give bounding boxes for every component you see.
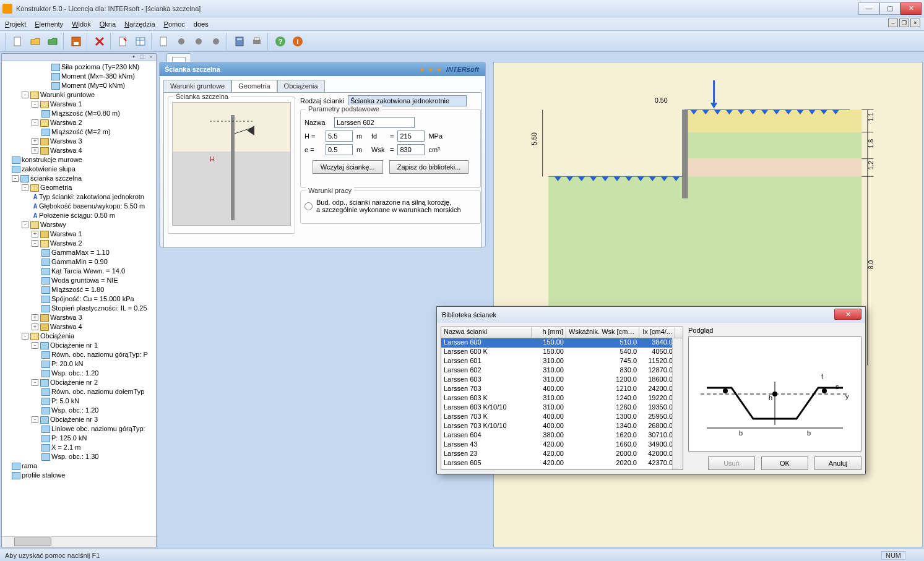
tree-item[interactable]: -Obciążenie nr 1: [2, 341, 156, 350]
table-row[interactable]: Larssen 603 K/10/10310.001260.019350.0: [441, 403, 683, 413]
close-button[interactable]: ✕: [900, 2, 922, 15]
table-row[interactable]: Larssen 603 K310.001240.019220.0: [441, 394, 683, 403]
tree-item[interactable]: -Warstwy: [2, 220, 156, 229]
tree-item[interactable]: Miąższość (M=2 m): [2, 127, 156, 137]
menu-elementy[interactable]: Elementy: [35, 20, 63, 28]
ok-button[interactable]: OK: [761, 456, 808, 470]
col-wsk[interactable]: Wskaźnik. Wsk [cm3/m]: [566, 327, 639, 338]
table-row[interactable]: Larssen 602310.00830.012870.0: [441, 366, 683, 375]
h-input[interactable]: [326, 131, 353, 142]
new-icon[interactable]: [10, 33, 26, 49]
e-input[interactable]: [326, 144, 353, 155]
table-row[interactable]: Larssen 703 K400.001300.025950.0: [441, 413, 683, 422]
tree-item[interactable]: +Warstwa 4: [2, 322, 156, 332]
tree-item[interactable]: -Obciążenie nr 3: [2, 415, 156, 424]
tree-item[interactable]: P: 20.0 kN: [2, 359, 156, 369]
tree-item[interactable]: Równ. obc. naziomu dołemTyp: [2, 387, 156, 396]
tree-item[interactable]: Liniowe obc. naziomu górąTyp:: [2, 424, 156, 434]
tree-item[interactable]: Wsp. obc.: 1.30: [2, 452, 156, 461]
tree-item[interactable]: Wsp. obc.: 1.20: [2, 406, 156, 415]
mdi-close-button[interactable]: ×: [910, 19, 920, 27]
col-h[interactable]: h [mm]: [532, 327, 566, 338]
table-row[interactable]: Larssen 600150.00510.03840.0: [441, 338, 683, 348]
tab-obciazenia[interactable]: Obciążenia: [277, 80, 325, 92]
tree-item[interactable]: AGłębokość basenu/wykopu: 5.50 m: [2, 202, 156, 211]
tree-item[interactable]: APołożenie ściągu: 0.50 m: [2, 211, 156, 220]
tree-item[interactable]: P: 125.0 kN: [2, 434, 156, 443]
tree-item[interactable]: Wsp. obc.: 1.20: [2, 369, 156, 378]
cancel-button[interactable]: Anuluj: [814, 456, 861, 470]
table-row[interactable]: Larssen 601310.00745.011520.0: [441, 357, 683, 366]
tree-item[interactable]: zakotwienie słupa: [2, 165, 156, 174]
page-icon[interactable]: [156, 33, 172, 49]
library-table[interactable]: Nazwa ścianki h [mm] Wskaźnik. Wsk [cm3/…: [441, 327, 683, 470]
table-row[interactable]: Larssen 600 K150.00540.04050.0: [441, 348, 683, 357]
help-icon[interactable]: ?: [272, 33, 288, 49]
table-icon[interactable]: [132, 33, 149, 49]
table-row[interactable]: Larssen 605420.002020.042370.0: [441, 459, 683, 468]
tab-geometria[interactable]: Geometria: [231, 80, 277, 92]
tree-item[interactable]: +Warstwa 3: [2, 137, 156, 146]
export-icon[interactable]: [115, 33, 131, 49]
tree-item[interactable]: Siła pozioma (Ty=230 kN): [2, 62, 156, 72]
col-nazwa[interactable]: Nazwa ścianki: [441, 327, 532, 338]
gear3-icon[interactable]: [208, 33, 224, 49]
tree-item[interactable]: profile stalowe: [2, 471, 156, 480]
info-icon[interactable]: i: [290, 33, 306, 49]
tree-item[interactable]: Woda gruntowa = NIE: [2, 276, 156, 285]
menu-widok[interactable]: Widok: [72, 20, 91, 28]
minimize-button[interactable]: —: [858, 2, 879, 15]
table-row[interactable]: Larssen 43420.001660.034900.0: [441, 440, 683, 450]
tree-item[interactable]: -Warstwa 2: [2, 118, 156, 127]
library-close-button[interactable]: ✕: [834, 309, 861, 320]
save-icon[interactable]: [68, 33, 84, 49]
pane-pin-icon[interactable]: ▾: [130, 54, 137, 60]
table-row[interactable]: Larssen 603310.001200.018600.0: [441, 375, 683, 385]
menu-pomoc[interactable]: Pomoc: [164, 20, 185, 28]
load-wall-button[interactable]: Wczytaj ściankę...: [313, 160, 383, 174]
tree-item[interactable]: P: 5.0 kN: [2, 396, 156, 406]
table-row[interactable]: Larssen 23420.002000.042000.0: [441, 450, 683, 459]
wsk-input[interactable]: [397, 144, 425, 155]
maximize-button[interactable]: ▢: [879, 2, 900, 15]
save-wall-button[interactable]: Zapisz do biblioteki...: [389, 160, 469, 174]
tree-item[interactable]: +Warstwa 3: [2, 313, 156, 322]
tree-item[interactable]: rama: [2, 461, 156, 471]
tree-item[interactable]: konstrukcje murowe: [2, 155, 156, 165]
table-row[interactable]: Larssen 605 K420.002030.042550.0: [441, 468, 683, 469]
tree-item[interactable]: -ścianka szczelna: [2, 174, 156, 183]
calc-icon[interactable]: [231, 33, 248, 49]
print-icon[interactable]: [249, 33, 265, 49]
open-icon[interactable]: [27, 33, 43, 49]
table-row[interactable]: Larssen 703400.001210.024200.0: [441, 385, 683, 394]
menu-okna[interactable]: Okna: [100, 20, 116, 28]
delete-button[interactable]: Usuń: [708, 456, 755, 470]
table-row[interactable]: Larssen 703 K/10/10400.001340.026800.0: [441, 422, 683, 431]
pane-unpin-icon[interactable]: ⬚: [139, 54, 146, 60]
tree-item[interactable]: GammaMax = 1.10: [2, 248, 156, 257]
tree-item[interactable]: Miąższość = 1.80: [2, 285, 156, 294]
tree-item[interactable]: +Warstwa 4: [2, 146, 156, 155]
gear2-icon[interactable]: [191, 33, 207, 49]
table-scrollbar[interactable]: [672, 338, 683, 469]
tree-item[interactable]: Równ. obc. naziomu górąTyp: P: [2, 350, 156, 359]
tree-item[interactable]: Moment (My=0 kNm): [2, 81, 156, 90]
fd-input[interactable]: [397, 131, 425, 142]
tree-item[interactable]: Miąższość (M=0.80 m): [2, 109, 156, 118]
tree-scrollbar[interactable]: [2, 536, 156, 547]
menu-narzedzia[interactable]: Narzędzia: [124, 20, 155, 28]
tree-item[interactable]: +Warstwa 1: [2, 229, 156, 239]
tree-item[interactable]: -Warunki gruntowe: [2, 90, 156, 100]
tree-item[interactable]: ATyp ścianki: zakotwiona jednokrotn: [2, 192, 156, 202]
table-row[interactable]: Larssen 604380.001620.030710.0: [441, 431, 683, 440]
mdi-minimize-button[interactable]: –: [888, 19, 898, 27]
tab-warunki[interactable]: Warunki gruntowe: [163, 80, 231, 92]
gear-icon[interactable]: [173, 33, 189, 49]
tree-item[interactable]: GammaMin = 0.90: [2, 257, 156, 267]
tree-item[interactable]: -Warstwa 2: [2, 239, 156, 248]
tree-item[interactable]: -Geometria: [2, 183, 156, 192]
col-ix[interactable]: Ix [cm4/...: [639, 327, 675, 338]
warunki-radio-1[interactable]: [304, 202, 313, 210]
tree-item[interactable]: -Warstwa 1: [2, 100, 156, 109]
delete-icon[interactable]: [92, 33, 108, 49]
